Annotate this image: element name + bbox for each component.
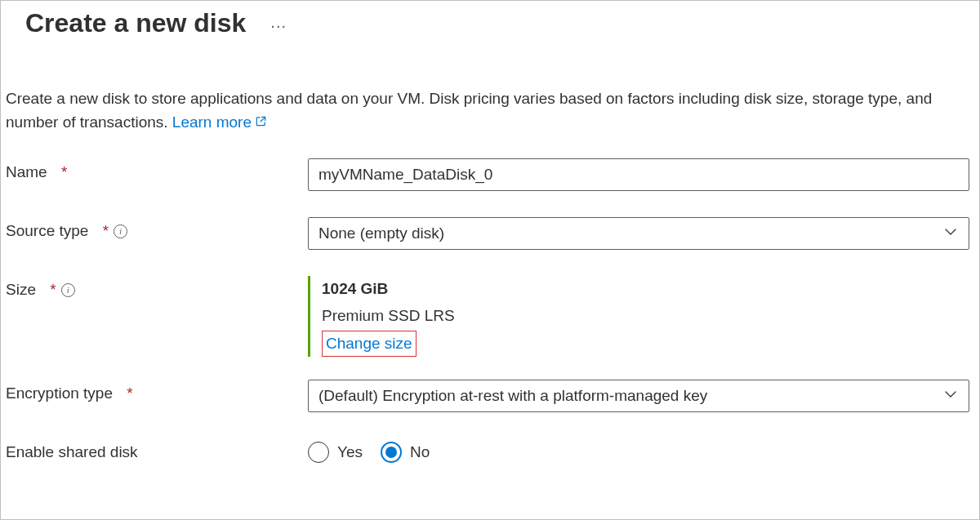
shared-disk-yes-radio[interactable]: Yes xyxy=(308,442,363,463)
source-type-control: None (empty disk) xyxy=(308,217,969,250)
name-input[interactable] xyxy=(308,158,969,191)
size-value: 1024 GiB xyxy=(322,276,969,302)
change-size-link[interactable]: Change size xyxy=(322,331,416,357)
shared-disk-radio-group: Yes No xyxy=(308,438,969,463)
encryption-type-label: Encryption type * xyxy=(6,380,308,402)
required-star: * xyxy=(50,281,56,299)
learn-more-link[interactable]: Learn more xyxy=(172,113,267,131)
radio-circle-icon xyxy=(308,442,329,463)
page-title: Create a new disk xyxy=(25,7,246,38)
required-star: * xyxy=(127,384,132,402)
size-label: Size * i xyxy=(6,276,308,299)
radio-circle-icon xyxy=(381,442,402,463)
description-body: Create a new disk to store applications … xyxy=(6,90,932,131)
name-label: Name * xyxy=(6,158,308,181)
size-display: 1024 GiB Premium SSD LRS Change size xyxy=(308,276,969,357)
radio-dot-icon xyxy=(385,447,397,458)
enable-shared-disk-control: Yes No xyxy=(308,438,969,463)
encryption-type-row: Encryption type * (Default) Encryption a… xyxy=(6,380,974,412)
external-link-icon xyxy=(255,111,267,135)
source-type-row: Source type * i None (empty disk) xyxy=(6,217,974,250)
required-star: * xyxy=(103,222,109,240)
size-type: Premium SSD LRS xyxy=(322,303,969,329)
panel-header: Create a new disk ··· xyxy=(1,1,979,38)
more-options-icon[interactable]: ··· xyxy=(270,11,287,35)
create-disk-panel: Create a new disk ··· Create a new disk … xyxy=(0,0,980,520)
chevron-down-icon xyxy=(944,224,957,242)
source-type-label: Source type * i xyxy=(6,217,308,240)
info-icon[interactable]: i xyxy=(61,283,75,297)
size-row: Size * i 1024 GiB Premium SSD LRS Change… xyxy=(6,276,974,357)
size-control-wrapper: 1024 GiB Premium SSD LRS Change size xyxy=(308,276,969,357)
name-control xyxy=(308,158,969,191)
chevron-down-icon xyxy=(944,387,957,405)
required-star: * xyxy=(61,163,67,181)
radio-no-label: No xyxy=(410,443,430,461)
radio-yes-label: Yes xyxy=(337,443,363,461)
info-icon[interactable]: i xyxy=(114,224,127,238)
encryption-type-control: (Default) Encryption at-rest with a plat… xyxy=(308,380,969,412)
description-text: Create a new disk to store applications … xyxy=(1,38,979,134)
form-fields: Name * Source type * i None (empty disk) xyxy=(1,134,979,463)
name-row: Name * xyxy=(6,158,974,191)
encryption-type-select[interactable]: (Default) Encryption at-rest with a plat… xyxy=(308,380,969,412)
enable-shared-disk-label: Enable shared disk xyxy=(6,438,308,461)
source-type-select[interactable]: None (empty disk) xyxy=(308,217,969,250)
enable-shared-disk-row: Enable shared disk Yes No xyxy=(6,438,974,463)
shared-disk-no-radio[interactable]: No xyxy=(381,442,430,463)
